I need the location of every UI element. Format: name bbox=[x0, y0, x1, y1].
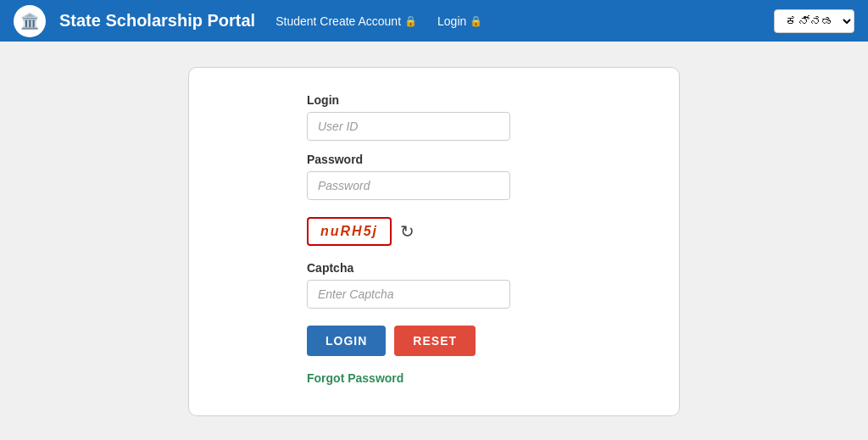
header-nav: Student Create Account 🔒 Login 🔒 bbox=[275, 14, 482, 28]
nav-create-account-label: Student Create Account bbox=[275, 14, 401, 28]
password-input[interactable] bbox=[307, 171, 510, 200]
language-selector[interactable]: ಕನ್ನಡ English bbox=[774, 9, 854, 33]
refresh-captcha-icon[interactable]: ↻ bbox=[400, 223, 415, 240]
captcha-input[interactable] bbox=[307, 280, 510, 309]
captcha-image: nuRH5j bbox=[307, 217, 392, 246]
lock-icon-create: 🔒 bbox=[404, 15, 417, 27]
login-button[interactable]: LOGIN bbox=[307, 326, 386, 356]
site-title: State Scholarship Portal bbox=[59, 11, 255, 31]
action-buttons: LOGIN RESET bbox=[307, 326, 476, 356]
password-label: Password bbox=[307, 153, 363, 166]
captcha-label: Captcha bbox=[307, 261, 353, 275]
nav-create-account[interactable]: Student Create Account 🔒 bbox=[275, 14, 417, 28]
reset-button[interactable]: RESET bbox=[394, 326, 476, 356]
userid-input[interactable] bbox=[307, 112, 510, 141]
captcha-display-row: nuRH5j ↻ bbox=[307, 217, 415, 246]
lock-icon-login: 🔒 bbox=[470, 15, 482, 27]
nav-login[interactable]: Login 🔒 bbox=[437, 14, 482, 28]
header: 🏛️ State Scholarship Portal Student Crea… bbox=[0, 0, 868, 42]
main-content: Login Password nuRH5j ↻ Captcha LOGIN RE… bbox=[0, 42, 868, 440]
login-card: Login Password nuRH5j ↻ Captcha LOGIN RE… bbox=[188, 67, 680, 416]
login-form: Login Password nuRH5j ↻ Captcha LOGIN RE… bbox=[307, 93, 561, 385]
login-label: Login bbox=[307, 93, 339, 107]
logo-emblem: 🏛️ bbox=[14, 5, 46, 37]
forgot-password-link[interactable]: Forgot Password bbox=[307, 371, 403, 385]
nav-login-label: Login bbox=[437, 14, 466, 28]
